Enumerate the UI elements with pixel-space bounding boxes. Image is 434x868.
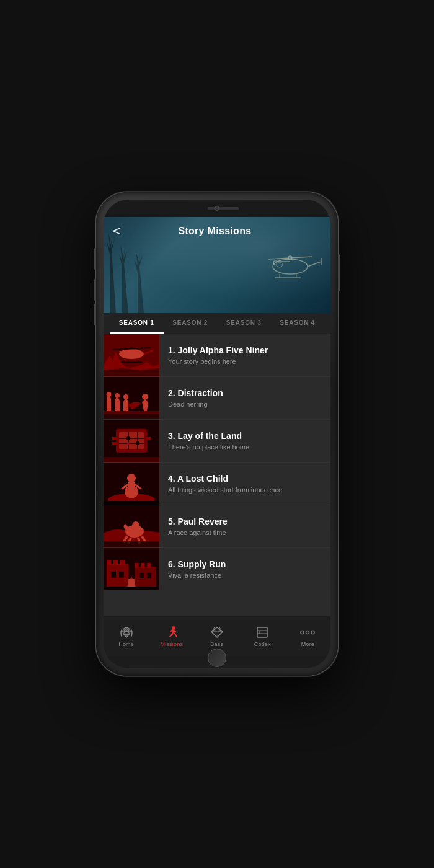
nav-label-more: More — [301, 641, 314, 647]
svg-rect-66 — [257, 627, 267, 637]
phone-device: < Story Missions SEASON 1 SEASON 2 SEASO… — [96, 192, 338, 676]
status-bar — [104, 200, 330, 217]
mission-info-4: 4. A Lost Child All things wicked start … — [159, 466, 330, 501]
svg-point-18 — [115, 393, 120, 398]
header-bar: < Story Missions — [104, 217, 330, 246]
mission-subtitle-3: There's no place like home — [168, 443, 322, 451]
front-camera — [215, 206, 219, 211]
speaker — [208, 207, 239, 210]
svg-point-58 — [125, 630, 128, 632]
svg-point-12 — [130, 347, 133, 349]
nav-item-base[interactable]: Base — [194, 622, 239, 650]
svg-point-36 — [127, 474, 136, 482]
season-tab-1[interactable]: SEASON 1 — [110, 313, 164, 334]
svg-point-10 — [119, 349, 144, 359]
mission-info-3: 3. Lay of the Land There's no place like… — [159, 423, 330, 458]
mission-info-1: 1. Jolly Alpha Five Niner Your story beg… — [159, 338, 330, 373]
svg-rect-33 — [147, 437, 151, 440]
svg-point-28 — [126, 436, 130, 440]
mission-info-6: 6. Supply Run Viva la resistance — [159, 552, 330, 587]
season-tab-2[interactable]: SEASON 2 — [164, 313, 218, 334]
svg-rect-57 — [147, 573, 151, 578]
mission-thumbnail-5 — [104, 505, 159, 547]
season-tabs: SEASON 1 SEASON 2 SEASON 3 SEASON 4 — [104, 313, 330, 334]
svg-point-30 — [127, 442, 130, 445]
mission-item[interactable]: 2. Distraction Dead herring — [104, 377, 330, 420]
svg-rect-46 — [135, 567, 156, 588]
mission-title-5: 5. Paul Revere — [168, 516, 322, 526]
mission-item[interactable]: 1. Jolly Alpha Five Niner Your story beg… — [104, 334, 330, 377]
season-tab-4[interactable]: SEASON 4 — [271, 313, 325, 334]
svg-rect-54 — [111, 572, 116, 578]
svg-rect-31 — [112, 437, 116, 440]
mission-subtitle-6: Viva la resistance — [168, 572, 322, 579]
home-button-area — [104, 656, 330, 668]
season-tab-3[interactable]: SEASON 3 — [217, 313, 271, 334]
svg-rect-52 — [147, 563, 151, 568]
mission-subtitle-1: Your story begins here — [168, 358, 322, 365]
mission-info-2: 2. Distraction Dead herring — [159, 381, 330, 415]
svg-point-70 — [301, 631, 304, 634]
mission-subtitle-5: A race against time — [168, 529, 322, 536]
mission-title-3: 3. Lay of the Land — [168, 431, 322, 441]
nav-item-more[interactable]: More — [285, 622, 330, 650]
back-button[interactable]: < — [113, 223, 121, 239]
svg-point-20 — [142, 394, 148, 400]
mission-thumbnail-1 — [104, 334, 159, 376]
mission-title-1: 1. Jolly Alpha Five Niner — [168, 345, 322, 355]
mission-thumbnail-2 — [104, 377, 159, 419]
nav-item-missions[interactable]: Missions — [149, 622, 194, 650]
svg-point-71 — [306, 631, 309, 634]
mission-item[interactable]: 5. Paul Revere A race against time — [104, 505, 330, 548]
phone-screen: < Story Missions SEASON 1 SEASON 2 SEASO… — [104, 200, 330, 668]
nav-label-missions: Missions — [161, 641, 184, 647]
hero-header: < Story Missions — [104, 217, 330, 313]
nav-label-base: Base — [210, 641, 223, 647]
svg-rect-49 — [120, 560, 125, 565]
diamond-icon — [210, 626, 224, 639]
dots-icon — [300, 626, 315, 639]
mission-item[interactable]: 4. A Lost Child All things wicked start … — [104, 463, 330, 505]
mission-info-5: 5. Paul Revere A race against time — [159, 509, 330, 544]
svg-rect-47 — [107, 560, 111, 565]
page-title: Story Missions — [121, 226, 309, 237]
runner-icon — [164, 626, 179, 639]
mission-title-6: 6. Supply Run — [168, 559, 322, 569]
nav-item-home[interactable]: Home — [104, 622, 149, 650]
mission-title-4: 4. A Lost Child — [168, 474, 322, 484]
svg-rect-45 — [107, 564, 128, 588]
svg-point-19 — [123, 394, 128, 399]
home-button[interactable] — [208, 649, 226, 667]
mission-item[interactable]: 6. Supply Run Viva la resistance — [104, 548, 330, 590]
mission-thumbnail-3 — [104, 420, 159, 462]
mission-thumbnail-6 — [104, 548, 159, 590]
svg-rect-55 — [119, 572, 124, 578]
svg-point-72 — [311, 631, 314, 634]
nav-label-home: Home — [118, 641, 134, 647]
svg-rect-56 — [140, 573, 144, 578]
mission-list: 1. Jolly Alpha Five Niner Your story beg… — [104, 334, 330, 616]
mission-item[interactable]: 3. Lay of the Land There's no place like… — [104, 420, 330, 463]
svg-point-29 — [136, 441, 140, 445]
svg-rect-23 — [119, 432, 144, 450]
phone-wrapper: < Story Missions SEASON 1 SEASON 2 SEASO… — [0, 0, 434, 868]
svg-rect-50 — [135, 563, 138, 568]
svg-rect-32 — [112, 442, 116, 445]
svg-rect-51 — [141, 563, 144, 568]
mission-subtitle-4: All things wicked start from innocence — [168, 486, 322, 494]
mission-title-2: 2. Distraction — [168, 388, 322, 398]
mission-thumbnail-4 — [104, 463, 159, 505]
svg-point-17 — [107, 392, 112, 397]
signal-icon — [119, 626, 134, 639]
book-icon — [255, 626, 270, 639]
svg-rect-48 — [113, 560, 118, 565]
app-content: < Story Missions SEASON 1 SEASON 2 SEASO… — [104, 217, 330, 656]
mission-subtitle-2: Dead herring — [168, 401, 322, 408]
svg-point-7 — [277, 262, 283, 267]
nav-label-codex: Codex — [254, 641, 271, 647]
svg-point-43 — [132, 521, 140, 529]
nav-item-codex[interactable]: Codex — [240, 622, 285, 650]
